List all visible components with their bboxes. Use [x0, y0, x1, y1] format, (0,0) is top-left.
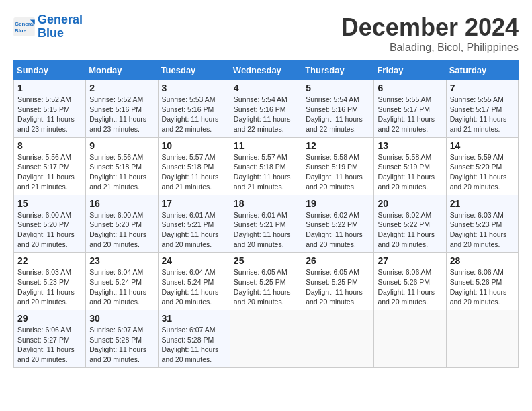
header-monday: Monday — [86, 61, 158, 80]
day-cell-20: 20 Sunrise: 6:02 AMSunset: 5:22 PMDaylig… — [374, 195, 446, 253]
day-cell-13: 13 Sunrise: 5:58 AMSunset: 5:19 PMDaylig… — [374, 137, 446, 195]
empty-cell — [446, 310, 518, 368]
day-detail: Sunrise: 5:57 AMSunset: 5:18 PMDaylight:… — [162, 153, 219, 191]
day-number: 12 — [306, 140, 370, 151]
day-number: 26 — [306, 255, 370, 266]
day-detail: Sunrise: 6:00 AMSunset: 5:20 PMDaylight:… — [89, 211, 146, 248]
header-tuesday: Tuesday — [158, 61, 230, 80]
day-cell-24: 24 Sunrise: 6:04 AMSunset: 5:24 PMDaylig… — [158, 253, 230, 310]
day-cell-16: 16 Sunrise: 6:00 AMSunset: 5:20 PMDaylig… — [86, 195, 158, 253]
day-detail: Sunrise: 6:06 AMSunset: 5:27 PMDaylight:… — [17, 326, 75, 363]
day-cell-17: 17 Sunrise: 6:01 AMSunset: 5:21 PMDaylig… — [158, 195, 230, 253]
day-number: 24 — [162, 255, 226, 266]
logo: General Blue GeneralBlue — [13, 13, 83, 40]
day-number: 4 — [234, 83, 298, 93]
day-cell-12: 12 Sunrise: 5:58 AMSunset: 5:19 PMDaylig… — [302, 137, 374, 195]
calendar-week-1: 1 Sunrise: 5:52 AMSunset: 5:15 PMDayligh… — [14, 80, 519, 138]
day-detail: Sunrise: 5:58 AMSunset: 5:19 PMDaylight:… — [306, 153, 363, 191]
day-detail: Sunrise: 5:52 AMSunset: 5:16 PMDaylight:… — [89, 95, 146, 133]
day-cell-29: 29 Sunrise: 6:06 AMSunset: 5:27 PMDaylig… — [14, 310, 86, 368]
day-cell-9: 9 Sunrise: 5:56 AMSunset: 5:18 PMDayligh… — [86, 137, 158, 195]
calendar-week-2: 8 Sunrise: 5:56 AMSunset: 5:17 PMDayligh… — [14, 137, 519, 195]
day-detail: Sunrise: 6:07 AMSunset: 5:28 PMDaylight:… — [162, 326, 219, 363]
day-number: 11 — [234, 140, 298, 151]
month-title: December 2024 — [341, 13, 519, 42]
day-cell-19: 19 Sunrise: 6:02 AMSunset: 5:22 PMDaylig… — [302, 195, 374, 253]
day-cell-10: 10 Sunrise: 5:57 AMSunset: 5:18 PMDaylig… — [158, 137, 230, 195]
day-cell-11: 11 Sunrise: 5:57 AMSunset: 5:18 PMDaylig… — [230, 137, 302, 195]
day-number: 25 — [234, 255, 298, 266]
day-number: 28 — [450, 255, 515, 266]
header-wednesday: Wednesday — [230, 61, 302, 80]
header-thursday: Thursday — [302, 61, 374, 80]
day-detail: Sunrise: 6:01 AMSunset: 5:21 PMDaylight:… — [234, 211, 291, 248]
day-detail: Sunrise: 6:06 AMSunset: 5:26 PMDaylight:… — [450, 268, 507, 306]
day-cell-5: 5 Sunrise: 5:54 AMSunset: 5:16 PMDayligh… — [302, 80, 374, 138]
day-number: 30 — [89, 313, 154, 324]
day-detail: Sunrise: 5:54 AMSunset: 5:16 PMDaylight:… — [306, 95, 363, 133]
day-detail: Sunrise: 6:00 AMSunset: 5:20 PMDaylight:… — [17, 211, 75, 248]
day-number: 29 — [17, 313, 82, 324]
day-number: 17 — [162, 198, 226, 209]
day-cell-7: 7 Sunrise: 5:55 AMSunset: 5:17 PMDayligh… — [446, 80, 518, 138]
day-detail: Sunrise: 5:58 AMSunset: 5:19 PMDaylight:… — [378, 153, 435, 191]
day-detail: Sunrise: 5:59 AMSunset: 5:20 PMDaylight:… — [450, 153, 507, 191]
day-detail: Sunrise: 5:55 AMSunset: 5:17 PMDaylight:… — [378, 95, 435, 133]
empty-cell — [302, 310, 374, 368]
day-number: 31 — [162, 313, 226, 324]
calendar-header-row: SundayMondayTuesdayWednesdayThursdayFrid… — [14, 61, 519, 80]
day-number: 6 — [378, 83, 442, 93]
day-detail: Sunrise: 6:06 AMSunset: 5:26 PMDaylight:… — [378, 268, 435, 306]
header-friday: Friday — [374, 61, 446, 80]
logo-icon: General Blue — [13, 17, 35, 36]
day-cell-21: 21 Sunrise: 6:03 AMSunset: 5:23 PMDaylig… — [446, 195, 518, 253]
day-detail: Sunrise: 5:54 AMSunset: 5:16 PMDaylight:… — [234, 95, 291, 133]
calendar-week-4: 22 Sunrise: 6:03 AMSunset: 5:23 PMDaylig… — [14, 253, 519, 310]
day-number: 23 — [89, 255, 154, 266]
day-cell-3: 3 Sunrise: 5:53 AMSunset: 5:16 PMDayligh… — [158, 80, 230, 138]
day-cell-1: 1 Sunrise: 5:52 AMSunset: 5:15 PMDayligh… — [14, 80, 86, 138]
day-detail: Sunrise: 6:05 AMSunset: 5:25 PMDaylight:… — [234, 268, 291, 306]
day-cell-26: 26 Sunrise: 6:05 AMSunset: 5:25 PMDaylig… — [302, 253, 374, 310]
svg-text:General: General — [15, 21, 34, 27]
day-cell-14: 14 Sunrise: 5:59 AMSunset: 5:20 PMDaylig… — [446, 137, 518, 195]
day-number: 13 — [378, 140, 442, 151]
day-number: 5 — [306, 83, 370, 93]
header-sunday: Sunday — [14, 61, 86, 80]
day-cell-28: 28 Sunrise: 6:06 AMSunset: 5:26 PMDaylig… — [446, 253, 518, 310]
day-detail: Sunrise: 6:07 AMSunset: 5:28 PMDaylight:… — [89, 326, 146, 363]
day-detail: Sunrise: 6:04 AMSunset: 5:24 PMDaylight:… — [89, 268, 146, 306]
day-number: 18 — [234, 198, 298, 209]
day-number: 10 — [162, 140, 226, 151]
day-number: 7 — [450, 83, 515, 93]
day-detail: Sunrise: 5:55 AMSunset: 5:17 PMDaylight:… — [450, 95, 507, 133]
day-detail: Sunrise: 6:05 AMSunset: 5:25 PMDaylight:… — [306, 268, 363, 306]
day-number: 20 — [378, 198, 442, 209]
day-number: 2 — [89, 83, 154, 93]
day-number: 3 — [162, 83, 226, 93]
day-detail: Sunrise: 6:04 AMSunset: 5:24 PMDaylight:… — [162, 268, 219, 306]
calendar-table: SundayMondayTuesdayWednesdayThursdayFrid… — [13, 60, 519, 368]
logo-text: GeneralBlue — [38, 13, 83, 40]
day-cell-2: 2 Sunrise: 5:52 AMSunset: 5:16 PMDayligh… — [86, 80, 158, 138]
day-cell-18: 18 Sunrise: 6:01 AMSunset: 5:21 PMDaylig… — [230, 195, 302, 253]
day-number: 22 — [17, 255, 82, 266]
day-cell-25: 25 Sunrise: 6:05 AMSunset: 5:25 PMDaylig… — [230, 253, 302, 310]
day-detail: Sunrise: 5:57 AMSunset: 5:18 PMDaylight:… — [234, 153, 291, 191]
day-cell-15: 15 Sunrise: 6:00 AMSunset: 5:20 PMDaylig… — [14, 195, 86, 253]
day-cell-22: 22 Sunrise: 6:03 AMSunset: 5:23 PMDaylig… — [14, 253, 86, 310]
page-header: General Blue GeneralBlue December 2024 B… — [13, 13, 519, 54]
day-detail: Sunrise: 6:03 AMSunset: 5:23 PMDaylight:… — [17, 268, 75, 306]
svg-text:Blue: Blue — [15, 28, 27, 34]
day-detail: Sunrise: 6:02 AMSunset: 5:22 PMDaylight:… — [378, 211, 435, 248]
day-detail: Sunrise: 6:03 AMSunset: 5:23 PMDaylight:… — [450, 211, 507, 248]
day-number: 15 — [17, 198, 82, 209]
header-saturday: Saturday — [446, 61, 518, 80]
day-number: 1 — [17, 83, 82, 93]
day-number: 14 — [450, 140, 515, 151]
day-number: 19 — [306, 198, 370, 209]
day-cell-8: 8 Sunrise: 5:56 AMSunset: 5:17 PMDayligh… — [14, 137, 86, 195]
day-detail: Sunrise: 5:56 AMSunset: 5:18 PMDaylight:… — [89, 153, 146, 191]
day-cell-4: 4 Sunrise: 5:54 AMSunset: 5:16 PMDayligh… — [230, 80, 302, 138]
day-number: 9 — [89, 140, 154, 151]
